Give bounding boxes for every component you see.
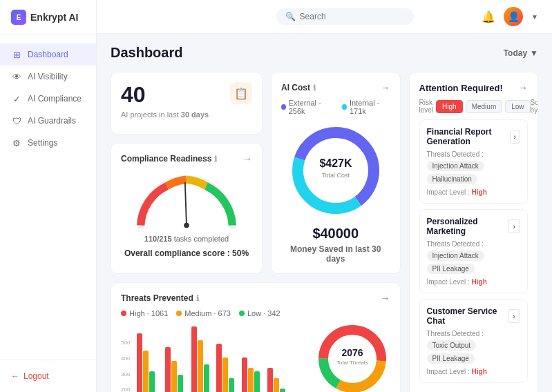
threat-tags-3: Toxic Output PII Leakage	[427, 340, 521, 364]
threats-arrow[interactable]: →	[381, 293, 390, 304]
threats-header: Threats Prevented ℹ →	[121, 293, 390, 304]
dashboard-grid: 📋 40 AI projects in last 30 days AI Cost…	[111, 72, 538, 392]
logout-button[interactable]: ← Logout	[11, 371, 85, 381]
svg-text:2076: 2076	[341, 347, 363, 358]
bar-group-injection: InjectionAttack	[135, 323, 156, 392]
filter-low[interactable]: Low	[505, 100, 530, 113]
threats-label-3: Threats Detected :	[427, 330, 521, 337]
bar-injection-medium	[143, 351, 149, 392]
ai-guardrails-icon: 🛡	[11, 115, 22, 126]
tag-pii-leakage-2: PII Leakage	[427, 353, 475, 364]
sidebar-label-dashboard: Dashboard	[28, 50, 68, 59]
ai-cost-info-icon[interactable]: ℹ	[313, 84, 316, 92]
gauge-tasks-text: 110/215 tasks completed	[144, 235, 229, 243]
attention-arrow[interactable]: →	[518, 82, 528, 93]
bar-others-medium	[274, 378, 279, 392]
high-legend: High · 1061	[121, 309, 168, 317]
bar-injection-low	[149, 371, 155, 392]
bar-others-high	[267, 368, 273, 392]
attention-header: Attention Required! →	[419, 82, 529, 93]
svg-text:Total Cost: Total Cost	[322, 172, 350, 179]
attention-item-3-arrow[interactable]: ›	[508, 309, 520, 323]
threat-tags-1: Injection Attack Hallucination	[427, 161, 521, 184]
bar-toxic-low	[254, 371, 260, 392]
attention-title: Attention Required!	[419, 83, 503, 93]
ai-visibility-icon: 👁	[11, 71, 22, 82]
compliance-arrow[interactable]: →	[242, 153, 252, 164]
bar-chart-area: 500 400 300 200 100	[121, 323, 307, 392]
impact-value-1: High	[472, 188, 487, 196]
threats-legend: High · 1061 Medium · 673 Low · 342	[121, 309, 307, 317]
content-area: Dashboard Today ▼ 📋 40 AI projects in la…	[97, 34, 552, 392]
internal-legend: Internal - 171k	[342, 99, 390, 115]
logo-text: Enkrypt AI	[30, 12, 79, 23]
bars-injection	[137, 323, 155, 392]
bar-group-others: Others	[267, 330, 285, 392]
threats-label-1: Threats Detected :	[427, 150, 521, 158]
threats-content: High · 1061 Medium · 673 Low · 342	[121, 309, 390, 392]
sidebar-label-ai-visibility: AI Visibility	[28, 72, 68, 81]
avatar-chevron[interactable]: ▼	[531, 13, 538, 21]
tag-injection-2: Injection Attack	[427, 251, 484, 261]
bar-toxic-medium	[248, 368, 254, 392]
bar-code-medium	[198, 340, 203, 392]
medium-legend: Medium · 673	[176, 309, 231, 317]
header-right: 🔔 👤 ▼	[482, 7, 538, 26]
high-dot	[121, 311, 126, 316]
filter-row: Risk level High Medium Low Sort by Lates…	[419, 99, 529, 114]
header: 🔍 🔔 👤 ▼	[97, 0, 552, 34]
filter-medium[interactable]: Medium	[466, 100, 503, 113]
attention-item-1-title: Financial Report Generation ›	[427, 127, 521, 146]
svg-line-5	[185, 183, 187, 226]
bar-toxic-high	[242, 357, 247, 392]
bar-secret-low	[229, 378, 234, 392]
medium-dot	[176, 311, 182, 316]
sidebar-item-ai-visibility[interactable]: 👁 AI Visibility	[0, 66, 96, 88]
threats-donut-svg: 2076 Total Threats	[314, 321, 390, 392]
threats-info-icon[interactable]: ℹ	[196, 294, 199, 303]
bar-pii-medium	[171, 361, 177, 392]
sidebar-item-ai-guardrails[interactable]: 🛡 AI Guardrails	[0, 110, 96, 132]
bar-group-secret: SecretKeys	[216, 323, 234, 392]
logout-section: ← Logout	[0, 360, 96, 392]
tag-toxic-output: Toxic Output	[427, 340, 477, 351]
sidebar-label-ai-compliance: AI Compliance	[28, 94, 82, 104]
sidebar-item-settings[interactable]: ⚙ Settings	[0, 132, 96, 154]
attention-item-1-arrow[interactable]: ›	[510, 130, 520, 144]
bar-code-low	[204, 364, 209, 392]
sidebar-item-dashboard[interactable]: ⊞ Dashboard	[0, 43, 96, 66]
gauge-container: 110/215 tasks completed	[121, 170, 252, 243]
bar-group-toxic: ToxicOutputs	[241, 323, 260, 392]
impact-label-1: Impact Level : High	[427, 188, 521, 196]
threats-donut-area: 2076 Total Threats	[314, 309, 390, 392]
avatar[interactable]: 👤	[504, 7, 523, 26]
compliance-info-icon[interactable]: ℹ	[214, 155, 217, 164]
attention-item-customer-service: Customer Service Chat › Threats Detected…	[419, 299, 529, 383]
search-input[interactable]	[300, 12, 404, 21]
ai-cost-header: AI Cost ℹ →	[281, 82, 390, 93]
search-box[interactable]: 🔍	[276, 8, 414, 25]
filter-high[interactable]: High	[436, 100, 463, 113]
ai-cost-arrow[interactable]: →	[381, 82, 390, 93]
bar-code-high	[191, 326, 197, 392]
attention-item-financial: Financial Report Generation › Threats De…	[419, 119, 529, 204]
impact-label-2: Impact Level : High	[427, 278, 521, 286]
sidebar: E Enkrypt AI ⊞ Dashboard 👁 AI Visibility…	[0, 0, 97, 392]
page-title: Dashboard	[111, 45, 182, 61]
notification-icon[interactable]: 🔔	[482, 10, 495, 23]
logo: E Enkrypt AI	[0, 0, 96, 35]
compliance-header: Compliance Readiness ℹ →	[121, 153, 252, 164]
projects-card: 📋 40 AI projects in last 30 days	[111, 72, 263, 135]
threat-tags-2: Injection Attack PII Leakage	[427, 251, 521, 274]
search-icon: 🔍	[285, 12, 296, 21]
sidebar-item-ai-compliance[interactable]: ✓ AI Compliance	[0, 88, 96, 110]
ai-cost-donut: $427K Total Cost	[281, 122, 390, 219]
ai-cost-donut-svg: $427K Total Cost	[287, 122, 384, 219]
date-filter[interactable]: Today ▼	[504, 48, 538, 58]
settings-icon: ⚙	[11, 137, 22, 148]
attention-item-2-arrow[interactable]: ›	[508, 219, 520, 233]
svg-text:$427K: $427K	[319, 157, 352, 169]
compliance-card: Compliance Readiness ℹ →	[111, 143, 263, 274]
ai-cost-legend: External - 256k Internal - 171k	[281, 99, 390, 115]
logo-icon: E	[11, 10, 26, 25]
